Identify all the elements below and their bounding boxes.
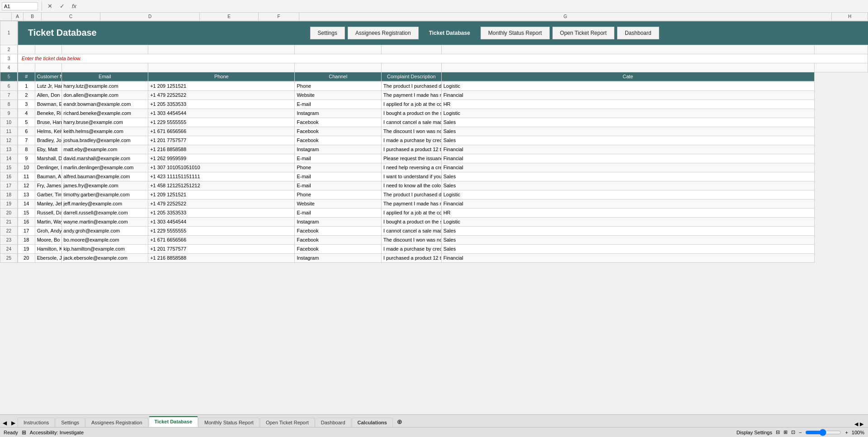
cell-reference[interactable] (2, 2, 38, 10)
monthly-status-nav-btn[interactable]: Monthly Status Report (481, 27, 550, 39)
view-normal-icon[interactable]: ⊟ (776, 429, 780, 435)
customer-email: bo.moore@example.com (61, 235, 148, 244)
spreadsheet-grid[interactable]: 1 Ticket Database Settings Assignees Reg… (0, 21, 868, 414)
col-header-h[interactable]: H (832, 13, 868, 20)
display-settings[interactable]: Display Settings (736, 430, 772, 435)
open-ticket-nav-btn[interactable]: Open Ticket Report (552, 27, 614, 39)
settings-nav-btn[interactable]: Settings (310, 27, 345, 39)
customer-email: harry.lutz@example.com (61, 81, 148, 90)
col-email-header: Email (61, 72, 148, 81)
customer-name: Bauman, Alfred (35, 172, 61, 181)
complaint-description: I purchased a product 12 times on the cr… (382, 145, 442, 154)
tab-add-button[interactable]: ⊕ (393, 416, 406, 427)
customer-phone: +1 458 121251251212 (148, 181, 295, 190)
table-header-row: 5 # Customer Name Email Phone Channel Co… (0, 72, 868, 81)
tab-ticket-database[interactable]: Ticket Database (149, 416, 198, 427)
row-num-18: 18 (0, 190, 18, 199)
confirm-icon[interactable]: ✓ (58, 2, 66, 10)
row-num-11: 11 (0, 127, 18, 136)
spreadsheet-table: 1 Ticket Database Settings Assignees Reg… (0, 21, 868, 81)
customer-name: Eby, Matt (35, 145, 61, 154)
assignees-reg-nav-btn[interactable]: Assignees Registration (348, 27, 419, 39)
tab-scroll-arrows[interactable]: ◀ ▶ (1, 419, 17, 427)
row-num-15: 15 (0, 163, 18, 172)
ticket-category: Financial (441, 163, 814, 172)
customer-name: Martin, Wayne (35, 217, 61, 226)
dashboard-nav-btn[interactable]: Dashboard (617, 27, 659, 39)
col-header-c[interactable]: C (42, 13, 100, 20)
ticket-channel: Phone (295, 190, 382, 199)
complaint-description: I cannot cancel a sale made on the site. (382, 118, 442, 127)
customer-email: jeff.manley@example.com (61, 199, 148, 208)
ticket-num: 9 (18, 154, 35, 163)
customer-phone: +1 201 7757577 (148, 136, 295, 145)
row-num-23: 23 (0, 235, 18, 244)
col-header-f[interactable]: F (259, 13, 299, 20)
table-row: 24 19 Hamilton, Kip kip.hamilton@example… (0, 244, 868, 253)
customer-phone: +1 209 1251521 (148, 190, 295, 199)
accessibility-label[interactable]: Accessibility: Investigate (30, 430, 84, 435)
customer-email: jack.ebersole@example.com (61, 253, 148, 262)
ticket-num: 10 (18, 163, 35, 172)
customer-phone: +1 671 6656566 (148, 235, 295, 244)
view-layout-icon[interactable]: ⊞ (783, 429, 788, 435)
ticket-num: 2 (18, 90, 35, 100)
ticket-category: Logistic (441, 190, 814, 199)
function-icon[interactable]: fx (70, 2, 78, 10)
zoom-slider[interactable] (805, 429, 841, 436)
ticket-db-nav-btn[interactable]: Ticket Database (421, 27, 478, 39)
ticket-num: 16 (18, 217, 35, 226)
tab-settings[interactable]: Settings (55, 418, 85, 427)
tab-instructions[interactable]: Instructions (18, 418, 55, 427)
tab-monthly-status[interactable]: Monthly Status Report (198, 418, 259, 427)
row-num-17: 17 (0, 181, 18, 190)
nav-row: 1 Ticket Database Settings Assignees Reg… (0, 21, 868, 45)
complaint-description: The discount I won was not applied at th… (382, 127, 442, 136)
zoom-out-icon[interactable]: − (799, 430, 802, 435)
zoom-level: 100% (852, 430, 864, 435)
customer-email: james.fry@example.com (61, 181, 148, 190)
tab-arrow-right[interactable]: ▶ (9, 419, 17, 427)
ticket-category: Financial (441, 90, 814, 100)
scroll-right-btn[interactable]: ▶ (860, 421, 863, 427)
col-header-e[interactable]: E (200, 13, 259, 20)
col-header-d[interactable]: D (100, 13, 200, 20)
complaint-description: The product I purchased did not arrive o… (382, 190, 442, 199)
ticket-category: Logistic (441, 81, 814, 90)
tab-assignees-reg[interactable]: Assignees Registration (85, 418, 148, 427)
tab-open-ticket[interactable]: Open Ticket Report (260, 418, 315, 427)
zoom-in-icon[interactable]: + (845, 430, 848, 435)
ticket-category: Financial (441, 199, 814, 208)
row-num-10: 10 (0, 118, 18, 127)
ticket-category: Sales (441, 226, 814, 235)
tab-calculations[interactable]: Calculations (352, 418, 393, 427)
customer-phone: +1 423 111151151111 (148, 172, 295, 181)
customer-name: Bowman, E And R (35, 100, 61, 109)
ticket-num: 15 (18, 208, 35, 217)
ticket-channel: Instagram (295, 253, 382, 262)
formula-input[interactable] (80, 3, 866, 10)
col-header-a[interactable]: A (12, 13, 24, 20)
ticket-num: 1 (18, 81, 35, 90)
table-row: 13 8 Eby, Matt matt.eby@example.com +1 2… (0, 145, 868, 154)
formula-bar: ✕ ✓ fx (0, 0, 868, 13)
nav-bar: Ticket Database Settings Assignees Regis… (18, 21, 868, 45)
scroll-left-btn[interactable]: ◀ (854, 421, 858, 427)
tab-dashboard[interactable]: Dashboard (315, 418, 351, 427)
col-header-b[interactable]: B (24, 13, 42, 20)
cancel-icon[interactable]: ✕ (46, 2, 54, 10)
ticket-category: Logistic (441, 109, 814, 118)
customer-name: Lutz Jr, Harry (35, 81, 61, 90)
nav-buttons: Settings Assignees Registration Ticket D… (106, 27, 863, 39)
complaint-description: The product I purchased did not arrive o… (382, 81, 442, 90)
col-header-g[interactable]: G (299, 13, 832, 20)
ticket-channel: Facebook (295, 136, 382, 145)
ticket-category: Sales (441, 172, 814, 181)
row-num-7: 7 (0, 90, 18, 100)
nav-cell: Ticket Database Settings Assignees Regis… (18, 21, 868, 45)
customer-name: Bruse, Harry (35, 118, 61, 127)
status-right: Display Settings ⊟ ⊞ ⊡ − + 100% (736, 429, 864, 436)
row-num-13: 13 (0, 145, 18, 154)
tab-arrow-left[interactable]: ◀ (1, 419, 9, 427)
view-page-break-icon[interactable]: ⊡ (791, 429, 795, 435)
